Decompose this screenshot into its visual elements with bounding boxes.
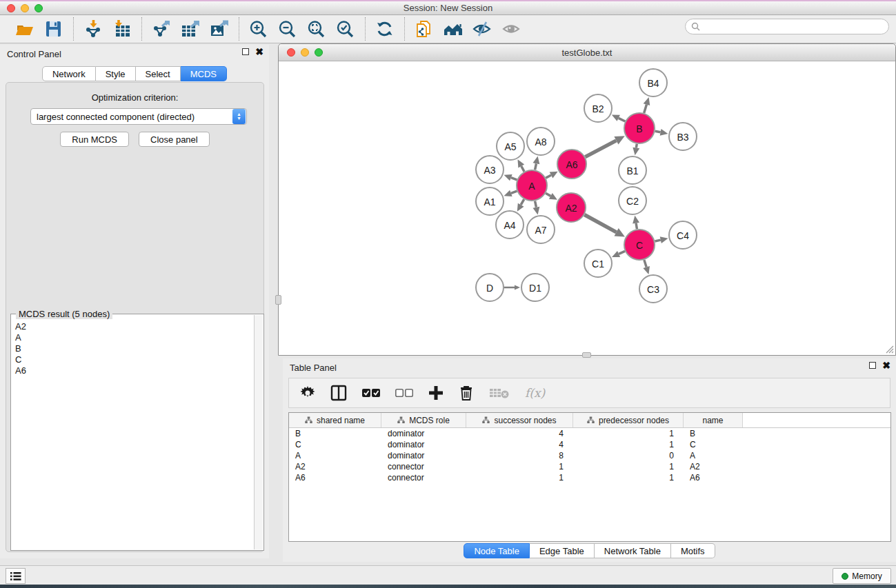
table-cell[interactable]: C [684, 439, 743, 450]
close-window-button[interactable] [7, 4, 15, 12]
search-input[interactable] [701, 19, 888, 34]
bottom-splitter-handle[interactable] [582, 352, 591, 358]
open-folder-icon[interactable] [14, 18, 36, 40]
resize-grip-icon[interactable] [884, 344, 894, 354]
graph-edge-B-B3[interactable] [655, 131, 661, 132]
close-table-panel-icon[interactable]: ✖ [882, 362, 890, 369]
zoom-fit-icon[interactable] [306, 18, 328, 40]
result-scrollbar[interactable] [254, 315, 263, 549]
table-row[interactable]: Cdominator41C [289, 439, 890, 450]
zoom-in-icon[interactable] [248, 18, 270, 40]
graph-edge-B-B2[interactable] [619, 118, 626, 121]
tab-network[interactable]: Network [42, 66, 96, 81]
table-cell[interactable]: 8 [466, 450, 573, 461]
graph-edge-A-A5[interactable] [521, 166, 524, 172]
graph-edge-C-C1[interactable] [619, 251, 625, 254]
minimize-window-button[interactable] [21, 4, 29, 12]
network-window-titlebar[interactable]: testGlobe.txt [279, 44, 895, 61]
tab-motifs[interactable]: Motifs [671, 543, 715, 558]
table-cell[interactable]: A6 [684, 472, 743, 483]
export-network-icon[interactable] [150, 18, 172, 40]
column-header[interactable]: shared name [289, 413, 381, 427]
result-item[interactable]: A6 [15, 365, 254, 376]
network-maximize-button[interactable] [315, 48, 323, 57]
graph-edge-B-B1[interactable] [636, 144, 637, 148]
graph-edge-C-C4[interactable] [655, 240, 660, 241]
graph-edge-A-A3[interactable] [511, 178, 517, 180]
result-item[interactable]: B [15, 343, 254, 354]
column-header[interactable]: successor nodes [466, 413, 573, 427]
table-cell[interactable]: 1 [573, 439, 684, 450]
add-column-icon[interactable] [428, 385, 444, 401]
result-item[interactable]: A [15, 332, 254, 343]
tab-node-table[interactable]: Node Table [464, 543, 530, 558]
table-cell[interactable]: 1 [466, 461, 573, 472]
float-table-panel-icon[interactable] [869, 362, 876, 369]
table-cell[interactable]: A [289, 450, 381, 461]
deselect-all-icon[interactable] [395, 388, 413, 398]
table-row[interactable]: Bdominator41B [289, 428, 890, 439]
network-canvas[interactable]: B4B2BB3A8A5A6A3B1AA1C2A2A4A7C4CC1C3DD1 [279, 61, 895, 355]
save-icon[interactable] [43, 18, 65, 40]
show-graphics-details-icon[interactable] [471, 18, 493, 40]
graph-edge-C-C3[interactable] [644, 260, 646, 267]
search-field[interactable] [685, 19, 889, 34]
graph-edge-A6-B[interactable] [585, 141, 616, 157]
result-item[interactable]: C [15, 354, 254, 365]
graph-edge-A-A2[interactable] [546, 193, 550, 196]
main-titlebar[interactable]: Session: New Session [0, 1, 896, 15]
table-cell[interactable]: A2 [684, 461, 743, 472]
table-row[interactable]: A2connector11A2 [289, 461, 890, 472]
table-cell[interactable]: dominator [381, 428, 466, 439]
table-cell[interactable]: 0 [573, 450, 684, 461]
bird-eye-view-icon[interactable] [500, 18, 522, 40]
float-panel-icon[interactable] [242, 48, 249, 55]
graph-edge-A2-C[interactable] [584, 215, 616, 232]
column-visibility-icon[interactable] [330, 385, 347, 401]
tab-select[interactable]: Select [136, 66, 181, 81]
column-header[interactable]: predecessor nodes [573, 413, 684, 427]
result-item[interactable]: A2 [15, 321, 254, 332]
maximize-window-button[interactable] [34, 4, 43, 12]
graph-edge-C-C2[interactable] [636, 223, 637, 230]
network-minimize-button[interactable] [301, 48, 309, 57]
table-row[interactable]: A6connector11A6 [289, 472, 890, 483]
tab-style[interactable]: Style [96, 66, 136, 81]
table-row[interactable]: Adominator80A [289, 450, 890, 461]
table-cell[interactable]: A2 [289, 461, 381, 472]
criterion-dropdown[interactable]: largest connected component (directed) ▲… [30, 108, 247, 125]
export-table-icon[interactable] [179, 18, 201, 40]
run-mcds-button[interactable]: Run MCDS [60, 132, 129, 147]
graph-edge-A-A6[interactable] [546, 175, 551, 178]
graph-edge-A-A8[interactable] [535, 163, 537, 170]
table-cell[interactable]: A [684, 450, 743, 461]
table-cell[interactable]: 4 [466, 439, 573, 450]
zoom-selected-icon[interactable] [335, 18, 357, 40]
import-network-icon[interactable] [82, 18, 104, 40]
table-cell[interactable]: dominator [381, 450, 466, 461]
tab-mcds[interactable]: MCDS [181, 66, 227, 81]
graph-edge-B-B4[interactable] [644, 105, 647, 113]
table-cell[interactable]: 4 [466, 428, 573, 439]
table-cell[interactable]: connector [381, 461, 466, 472]
table-cell[interactable]: 1 [573, 472, 684, 483]
tab-edge-table[interactable]: Edge Table [530, 543, 595, 558]
table-cell[interactable]: connector [381, 472, 466, 483]
close-panel-button[interactable]: Close panel [139, 132, 210, 147]
network-close-button[interactable] [287, 48, 295, 57]
graph-edge-A-A1[interactable] [511, 191, 517, 193]
home-views-icon[interactable] [442, 18, 464, 40]
task-history-button[interactable] [6, 568, 26, 584]
table-cell[interactable]: B [289, 428, 381, 439]
export-image-icon[interactable] [208, 18, 230, 40]
settings-gear-icon[interactable] [300, 385, 315, 401]
column-header[interactable]: name [684, 413, 743, 427]
table-cell[interactable]: dominator [381, 439, 466, 450]
table-cell[interactable]: B [684, 428, 743, 439]
table-cell[interactable]: 1 [466, 472, 573, 483]
mcds-result-list[interactable]: A2ABCA6 [12, 315, 254, 549]
table-cell[interactable]: 1 [573, 428, 684, 439]
graph-edge-A-A7[interactable] [535, 201, 537, 207]
close-panel-icon[interactable]: ✖ [255, 48, 263, 55]
copy-network-icon[interactable] [413, 18, 435, 40]
